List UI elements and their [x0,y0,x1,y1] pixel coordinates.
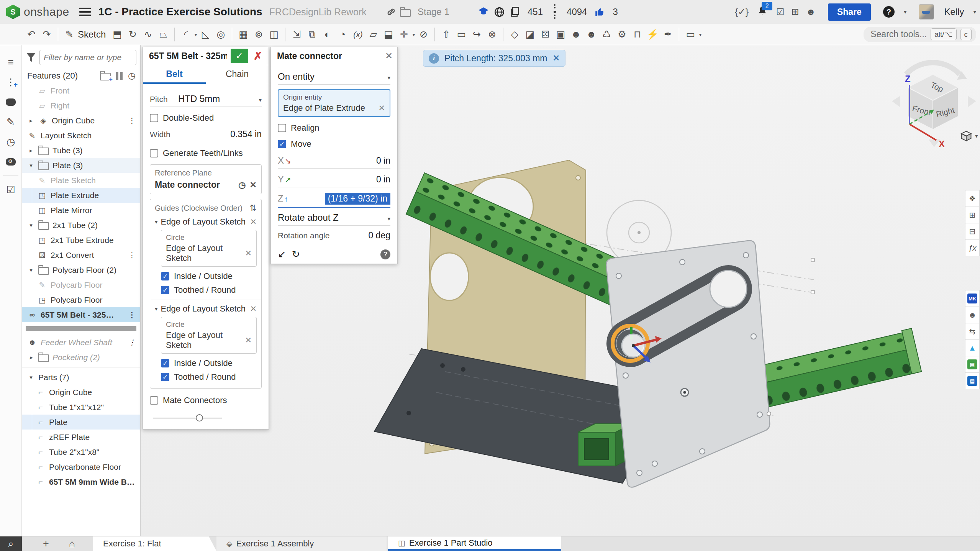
mk-app-icon[interactable]: MK [965,290,980,307]
guide-1-circle-value[interactable]: Edge of Layout Sketch✕ [166,243,252,263]
tree-item-pocketing-folder[interactable]: ▸Pocketing (2) [22,350,140,365]
fillet-dropdown-icon[interactable]: ▾ [194,31,197,38]
checkbox-checked[interactable]: ✓ [161,373,169,381]
config-table-icon[interactable]: ⊟ [965,223,980,240]
boolean-icon[interactable]: ◐ [321,27,334,42]
pen-icon[interactable]: ✒ [661,27,674,42]
origin-entity-box[interactable]: Origin entity Edge of Plate Extrude✕ [278,89,390,117]
featurescript-robot-icon[interactable]: ☻ [569,27,582,42]
tab-belt[interactable]: Belt [143,65,206,84]
tree-item-front[interactable]: ▱Front [22,83,140,98]
clear-icon[interactable]: ✕ [378,103,385,113]
pitch-dropdown-icon[interactable]: ▾ [259,97,262,103]
surface-icon[interactable]: ⬓ [382,27,395,42]
nametag-icon[interactable]: ▭ [684,27,697,42]
redo-icon[interactable]: ↷ [40,27,53,42]
checkbox-checked[interactable]: ✓ [161,286,169,294]
extrude-icon[interactable]: ⬒ [111,27,124,42]
reorient-secondary-axis-icon[interactable]: ↻ [292,249,300,260]
feature-list-icon[interactable]: ≡ [3,52,18,72]
configurations-icon[interactable]: ⊞ [965,207,980,223]
entity-mode-select[interactable]: On entity ▾ [278,71,390,85]
delete-part-icon[interactable]: ⊘ [417,27,430,42]
collapse-icon[interactable]: ▾ [27,267,35,274]
z-offset-field[interactable]: Z↑ (1/16 + 9/32) in [278,193,390,208]
thumbs-up-icon[interactable] [595,7,605,17]
appearance-swatches-icon[interactable]: ❖ [965,190,980,207]
notes-icon[interactable]: ✎ [3,112,18,132]
item-menu-icon[interactable]: ⋮ [128,116,136,125]
pitch-field[interactable]: Pitch HTD 5mm ▾ [150,93,262,107]
remove-guide-icon[interactable]: ✕ [250,304,257,313]
checkbox-unchecked[interactable] [150,396,158,405]
user-name[interactable]: Kelly [944,7,964,17]
mate-connector-clock-icon[interactable]: ◷ [238,180,246,190]
versions-icon[interactable]: ⋮+ [3,72,18,92]
tree-item-polycarb-extrude[interactable]: ◳Polycarb Floor [22,292,140,307]
part-zref-plate[interactable]: ⌐zREF Plate [22,430,140,444]
comments-icon[interactable] [3,92,18,112]
collapse-icon[interactable]: ▾ [27,222,35,229]
rotate-axis-select[interactable]: Rotate about Z ▾ [278,212,390,226]
guide-1-header[interactable]: ▾ Edge of Layout Sketch ✕ [155,217,257,227]
accept-button[interactable]: ✓ [231,49,248,63]
loft-icon[interactable]: ⏢ [157,27,170,42]
guide-2-inside-checkbox[interactable]: ✓Inside / Outside [161,358,257,368]
double-sided-checkbox[interactable]: Double-Sided [150,113,262,123]
education-cap-icon[interactable] [478,7,489,17]
part-plate[interactable]: ⌐Plate [22,415,140,430]
parts-section-header[interactable]: ▾Parts (7) [22,370,140,385]
linear-pattern-icon[interactable]: ▦ [237,27,250,42]
item-menu-icon[interactable]: ⋮ [128,310,136,319]
split-icon[interactable]: ◔ [336,27,349,42]
part-tube-1x1x12[interactable]: ⌐Tube 1"x1"x12" [22,400,140,415]
link-icon[interactable] [386,7,396,17]
feedback-icon[interactable] [3,152,18,172]
delete-face-icon[interactable]: ⊗ [485,27,498,42]
guide-2-header[interactable]: ▾ Edge of Layout Sketch ✕ [155,304,257,314]
add-tab-icon[interactable]: + [38,536,54,551]
custom-feature-gear-icon[interactable]: ⚙ [615,27,628,42]
blue-library-icon[interactable]: ▤ [965,372,980,389]
checkbox-checked[interactable]: ✓ [278,140,286,148]
part-tube-2x1x8[interactable]: ⌐Tube 2"x1"x8" [22,444,140,459]
featurescript-brace-icon[interactable]: {✓} [735,7,749,17]
rollback-bar[interactable] [26,326,136,331]
tree-item-belt-selected[interactable]: ∞65T 5M Belt - 325…⋮ [22,307,140,322]
fillet-icon[interactable]: ◜ [179,27,192,42]
tree-item-layout-sketch[interactable]: ✎Layout Sketch [22,128,140,143]
tab-chain[interactable]: Chain [206,65,269,84]
circular-pattern-icon[interactable]: ⊚ [252,27,265,42]
transform-icon[interactable]: ✛ [397,27,410,42]
view-mode-dropdown-icon[interactable]: ▾ [975,133,978,139]
expand-icon[interactable]: ▸ [27,354,35,361]
tree-item-2x1-tube-folder[interactable]: ▾2x1 Tube (2) [22,218,140,233]
apps-grid-icon[interactable]: ⊞ [792,7,799,17]
tree-item-plate-folder[interactable]: ▾Plate (3) [22,158,140,173]
version-graph-icon[interactable] [554,11,556,13]
toast-close-icon[interactable]: ✕ [553,53,560,63]
help-dropdown-icon[interactable]: ▾ [904,8,907,15]
checkbox-unchecked[interactable] [150,114,158,122]
item-menu-icon[interactable]: ⋮ [128,338,136,347]
main-menu-icon[interactable] [79,8,91,16]
tree-item-polycarb-folder[interactable]: ▾Polycarb Floor (2) [22,262,140,277]
tab-exercise-1-flat[interactable]: Exercise 1: Flat [93,536,216,551]
collapse-icon[interactable]: ▾ [155,218,158,225]
help-icon[interactable]: ? [380,249,390,259]
collapse-icon[interactable]: ▾ [27,374,35,381]
config-variables-icon[interactable]: ƒx [965,239,980,256]
new-folder-icon[interactable] [100,73,111,80]
part-origin-cube[interactable]: ⌐Origin Cube [22,385,140,400]
slider-knob[interactable] [196,414,203,421]
y-offset-field[interactable]: Y↗ 0 in [278,174,390,187]
variable-icon[interactable]: (x) [351,27,364,42]
recycle-icon[interactable]: ♺ [600,27,613,42]
exploded-view-icon[interactable]: ⇆ [965,323,980,340]
collapse-icon[interactable]: ▾ [27,162,35,169]
clear-icon[interactable]: ✕ [250,180,257,190]
mirror-icon[interactable]: ◫ [267,27,280,42]
nametag-dropdown-icon[interactable]: ▾ [699,31,701,38]
filter-input-box[interactable] [39,50,136,65]
clear-icon[interactable]: ✕ [245,249,252,258]
